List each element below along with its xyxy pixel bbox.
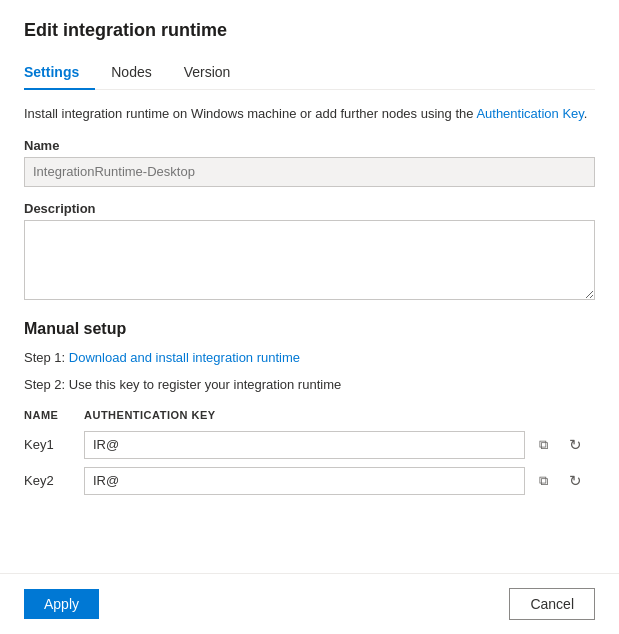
key2-input[interactable] xyxy=(84,467,525,495)
manual-setup-title: Manual setup xyxy=(24,320,595,338)
key-table: NAME AUTHENTICATION KEY Key1 xyxy=(24,405,595,499)
tab-settings[interactable]: Settings xyxy=(24,56,95,90)
cancel-button[interactable]: Cancel xyxy=(509,588,595,620)
key1-input-wrapper xyxy=(84,431,589,459)
auth-key-link[interactable]: Authentication Key xyxy=(476,106,583,121)
key2-refresh-icon xyxy=(569,472,582,490)
info-text: Install integration runtime on Windows m… xyxy=(24,104,595,124)
key1-refresh-button[interactable] xyxy=(561,431,589,459)
key1-copy-button[interactable] xyxy=(529,431,557,459)
apply-button[interactable]: Apply xyxy=(24,589,99,619)
step1-text: Step 1: Download and install integration… xyxy=(24,348,595,368)
key1-label: Key1 xyxy=(24,427,84,463)
key-row-1: Key1 xyxy=(24,427,595,463)
step1-prefix: Step 1: xyxy=(24,350,69,365)
tab-nodes[interactable]: Nodes xyxy=(111,56,167,90)
info-text-after: . xyxy=(584,106,588,121)
description-field-group: Description xyxy=(24,201,595,300)
key2-label: Key2 xyxy=(24,463,84,499)
footer: Apply Cancel xyxy=(0,573,619,634)
description-label: Description xyxy=(24,201,595,216)
key1-input[interactable] xyxy=(84,431,525,459)
col-header-name: NAME xyxy=(24,405,84,427)
tab-version[interactable]: Version xyxy=(184,56,247,90)
description-input[interactable] xyxy=(24,220,595,300)
key1-copy-icon xyxy=(539,436,548,453)
key-row-2: Key2 xyxy=(24,463,595,499)
tab-bar: Settings Nodes Version xyxy=(24,55,595,90)
name-field-group: Name xyxy=(24,138,595,187)
key2-copy-icon xyxy=(539,472,548,489)
col-header-auth-key: AUTHENTICATION KEY xyxy=(84,405,595,427)
key2-input-wrapper xyxy=(84,467,589,495)
key2-refresh-button[interactable] xyxy=(561,467,589,495)
key1-refresh-icon xyxy=(569,436,582,454)
step2-text: Step 2: Use this key to register your in… xyxy=(24,375,595,395)
download-link[interactable]: Download and install integration runtime xyxy=(69,350,300,365)
name-label: Name xyxy=(24,138,595,153)
main-content: Edit integration runtime Settings Nodes … xyxy=(0,0,619,573)
info-text-before: Install integration runtime on Windows m… xyxy=(24,106,476,121)
key1-cell xyxy=(84,427,595,463)
page-title: Edit integration runtime xyxy=(24,20,595,41)
key2-copy-button[interactable] xyxy=(529,467,557,495)
name-input[interactable] xyxy=(24,157,595,187)
key2-cell xyxy=(84,463,595,499)
